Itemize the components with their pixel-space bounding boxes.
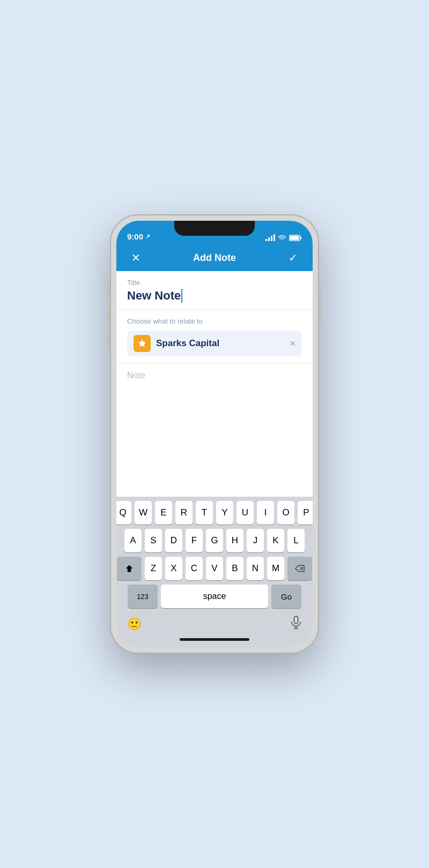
key-d[interactable]: D — [165, 529, 182, 552]
keyboard-row-1: Q W E R T Y U I O P — [119, 501, 310, 525]
phone-notch — [174, 221, 255, 236]
key-i[interactable]: I — [257, 501, 274, 525]
key-h[interactable]: H — [226, 529, 243, 552]
emoji-icon[interactable]: 🙂 — [127, 617, 142, 631]
key-backspace[interactable] — [287, 557, 312, 580]
key-j[interactable]: J — [247, 529, 264, 552]
text-cursor — [181, 289, 182, 303]
key-g[interactable]: G — [206, 529, 223, 552]
microphone-icon[interactable] — [290, 616, 302, 633]
key-z[interactable]: Z — [145, 557, 162, 580]
key-b[interactable]: B — [226, 557, 243, 580]
nav-bar: ✕ Add Note ✓ — [116, 244, 313, 271]
relate-name: Sparks Capital — [156, 338, 284, 349]
key-shift[interactable] — [117, 557, 142, 580]
key-go[interactable]: Go — [271, 585, 301, 608]
key-k[interactable]: K — [267, 529, 284, 552]
note-placeholder: Note — [127, 371, 145, 380]
key-w[interactable]: W — [135, 501, 152, 525]
key-q[interactable]: Q — [116, 501, 131, 525]
keyboard: Q W E R T Y U I O P A S D F G H J K — [116, 497, 313, 647]
key-f[interactable]: F — [186, 529, 203, 552]
location-icon: ↗ — [145, 233, 150, 240]
signal-icon — [265, 235, 275, 241]
keyboard-row-4: 123 space Go — [119, 585, 310, 608]
phone-frame: 9:00 ↗ — [110, 214, 319, 654]
key-n[interactable]: N — [247, 557, 264, 580]
status-time: 9:00 ↗ — [127, 232, 150, 241]
svg-rect-1 — [290, 236, 299, 240]
key-m[interactable]: M — [267, 557, 284, 580]
svg-rect-5 — [294, 616, 298, 624]
svg-rect-2 — [300, 237, 301, 239]
keyboard-row-3: Z X C V B N M — [119, 557, 310, 580]
key-e[interactable]: E — [155, 501, 172, 525]
title-value: New Note — [127, 289, 181, 303]
key-x[interactable]: X — [165, 557, 182, 580]
key-u[interactable]: U — [236, 501, 254, 525]
key-p[interactable]: P — [298, 501, 313, 525]
relate-remove-button[interactable]: × — [290, 339, 295, 348]
relate-company-icon — [134, 335, 151, 352]
note-section[interactable]: Note — [116, 363, 313, 497]
relate-chip: Sparks Capital × — [127, 331, 302, 356]
key-r[interactable]: R — [175, 501, 193, 525]
keyboard-bottom-bar: 🙂 — [119, 612, 310, 638]
keyboard-row-2: A S D F G H J K L — [119, 529, 310, 552]
time-label: 9:00 — [127, 232, 143, 241]
home-indicator — [180, 638, 249, 641]
key-l[interactable]: L — [287, 529, 305, 552]
status-icons — [265, 235, 302, 241]
key-c[interactable]: C — [186, 557, 203, 580]
key-y[interactable]: Y — [216, 501, 233, 525]
key-s[interactable]: S — [145, 529, 162, 552]
title-input[interactable]: New Note — [127, 289, 302, 303]
title-section: Title New Note — [116, 271, 313, 310]
key-space[interactable]: space — [161, 585, 268, 608]
form-content: Title New Note Choose what to relate to … — [116, 271, 313, 497]
key-numbers[interactable]: 123 — [128, 585, 158, 608]
close-button[interactable]: ✕ — [127, 250, 145, 265]
relate-label: Choose what to relate to — [127, 317, 302, 325]
key-o[interactable]: O — [277, 501, 294, 525]
key-a[interactable]: A — [124, 529, 142, 552]
wifi-icon — [278, 235, 286, 241]
key-t[interactable]: T — [196, 501, 213, 525]
nav-title: Add Note — [193, 252, 236, 264]
title-label: Title — [127, 279, 302, 287]
key-v[interactable]: V — [206, 557, 223, 580]
relate-section: Choose what to relate to Sparks Capital … — [116, 310, 313, 363]
phone-screen: 9:00 ↗ — [116, 221, 313, 647]
confirm-button[interactable]: ✓ — [284, 250, 302, 265]
battery-icon — [289, 235, 302, 241]
